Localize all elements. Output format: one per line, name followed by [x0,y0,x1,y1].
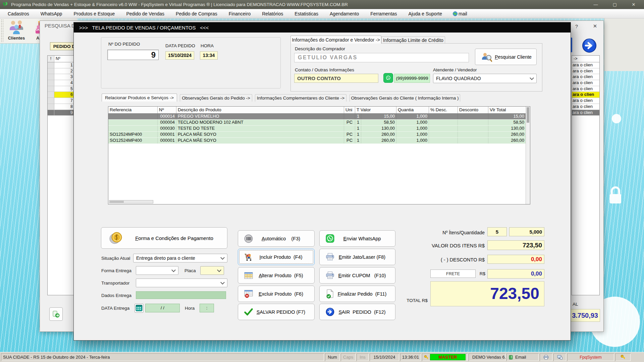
tab-client-complementary[interactable]: Informações Complementares do Cliente -> [255,94,346,102]
delivery-data-field[interactable] [136,291,226,299]
order-row[interactable]: 4 [48,80,74,86]
table-row[interactable]: 000004 TECLADO MODERNO 102 ABNT PC 1 58,… [108,120,526,126]
situation-cell[interactable]: ara o clien [572,62,599,68]
order-row[interactable]: 5 [48,86,74,92]
col-referencia[interactable]: Referencia [108,107,158,113]
menu-item[interactable]: Cadastros [2,11,35,16]
vertical-scrollbar[interactable] [526,107,530,204]
menu-item[interactable]: Estatisticas [289,11,324,16]
dialog-title-bar[interactable]: >>> TELA PEDIDO DE VENDAS / ORÇAMENTOS <… [74,22,571,33]
buyer-description-field[interactable]: GETULIO VARGAS [294,53,469,62]
order-row[interactable]: 9 [48,110,74,116]
menu-item[interactable]: WhatsApp [35,11,68,16]
freight-button[interactable]: FRETE [430,269,476,278]
situation-cell[interactable]: ara o clien [572,98,599,104]
table-row[interactable]: 000030 TESTE DO TESTE 1 130,00 1,000 130… [108,126,526,132]
menu-item[interactable]: Produtos e Estoque [68,11,120,16]
situation-cell[interactable]: ara o clien [572,68,599,74]
order-row[interactable]: 2 [48,68,74,74]
menu-item-email[interactable]: mail [448,11,472,16]
whatsapp-button[interactable] [383,73,393,83]
order-row[interactable]: 3 [48,74,74,80]
discount-field[interactable]: 0,00 [487,255,544,264]
calendar-button[interactable] [135,304,144,313]
situation-cell[interactable]: ara o clien [572,80,599,86]
sair-pedido-button[interactable]: SAIR PEDIDO (F12) [319,304,395,320]
situation-select[interactable]: Entrega direto para o cliente [133,254,227,262]
table-row[interactable]: SO12524MP400 000001 PLACA MÃE SOYO PC 1 … [108,138,526,144]
col-desconto[interactable]: Desconto [458,107,488,113]
horizontal-scrollbar[interactable] [109,200,153,203]
emitir-cupom-button[interactable]: Emitir CUPOM (F10) [319,267,395,284]
carrier-select[interactable] [136,279,227,287]
finalizar-pedido-button[interactable]: Finalizar Pedido (F11) [319,286,395,302]
close-button[interactable]: ✕ [626,0,641,9]
vertical-scrollbar-thumb[interactable] [527,107,529,123]
order-date-field[interactable]: 15/10/2024 [165,51,194,60]
contact-field[interactable]: OUTRO CONTATO [294,74,378,83]
status-network-panel[interactable] [553,353,566,361]
status-email-panel[interactable]: Email [506,353,539,361]
col-vlr-total[interactable]: Vlr Total [488,107,526,113]
vendor-select[interactable]: FLAVIO QUADRADO [433,74,537,83]
order-row[interactable]: 7 [48,98,74,104]
horizontal-scrollbar-thumb[interactable] [110,201,124,203]
tab-products[interactable]: Relacionar Produtos e Serviços -> [102,94,177,102]
situation-cell[interactable]: ara o clien [572,104,599,110]
col-t-valor[interactable]: T Valor [355,107,396,113]
tab-credit-limit[interactable]: Informação Limite de Crédito [381,36,445,44]
menu-item[interactable]: Relatórios [256,11,289,16]
enviar-whatsapp-button[interactable]: Enviar WhatsApp [319,230,395,247]
emitir-jato-laser-button[interactable]: Emitir Jato/Laser (F8) [319,249,395,265]
status-key-panel[interactable] [615,353,631,361]
menu-item[interactable]: Pedido de Vendas [120,11,170,16]
table-row[interactable]: SO12524MP400 000001 PLACA MÃE SOYO PC 1 … [108,132,526,138]
order-row[interactable]: 6 [48,92,74,98]
menu-item[interactable]: Agendamento [324,11,365,16]
payment-conditions-button[interactable]: Forma e Condições de Pagamento [101,227,227,249]
status-printer-panel[interactable] [540,353,552,361]
go-arrow-button[interactable] [582,38,597,53]
menu-item[interactable]: Ferramentas [365,11,402,16]
export-button[interactable] [49,307,63,321]
search-client-button[interactable]: Pesquisar Cliente [475,49,537,65]
phone-field[interactable]: (99)99999-9999 [394,74,430,83]
maximize-button[interactable]: ▢ [607,0,623,9]
tab-order-notes[interactable]: Observações Gerais do Pedido -> [180,94,252,102]
situation-cell[interactable]: ara o clien [572,92,599,98]
salvar-pedido-button[interactable]: SALVAR PEDIDO (F7) [238,304,315,320]
incluir-produto-button[interactable]: Incluir Produto (F4) [238,249,315,265]
help-button[interactable]: ? [572,22,582,30]
situation-cell[interactable]: ara o clien [572,110,599,116]
delivery-date-field[interactable]: / / [145,304,180,312]
menu-item[interactable]: Financeiro [223,11,256,16]
col-descricao[interactable]: Descrição do Produto [176,107,344,113]
menu-item[interactable]: Ajuda e Suporte [403,11,448,16]
alterar-produto-label: Alterar Produto (F5) [253,273,309,278]
automatico-button[interactable]: Automático (F3) [238,230,315,247]
delivery-form-select[interactable] [136,266,178,275]
order-row[interactable]: 1 [48,62,74,68]
col-uni[interactable]: Uni [344,107,355,113]
notebook-icon [508,355,513,360]
tab-buyer-info[interactable]: Informações do Comprador e Vendedor -> [290,36,381,44]
close-search-button[interactable]: ✕ [590,22,600,30]
excluir-produto-button[interactable]: Excluir Produto (F6) [238,286,315,302]
freight-field[interactable]: 0,00 [487,269,544,279]
menu-item[interactable]: Pedido de Compras [170,11,223,16]
situation-cell[interactable]: ara o clien [572,74,599,80]
col-numero[interactable]: Nº [158,107,176,113]
delivery-hour-field[interactable]: : [200,304,214,312]
minimize-button[interactable]: — [588,0,603,9]
tab-client-internal-notes[interactable]: Observações Gerais do Cliente ( Informaç… [350,94,460,102]
order-row[interactable]: 8 [48,104,74,110]
table-row[interactable]: 000014 PREGO VERMELHO 1 15,00 1,000 15,0… [108,114,526,120]
plate-select[interactable] [200,266,224,275]
col-quantia[interactable]: Quantia [396,107,429,113]
order-number-field[interactable]: 9 [107,50,159,60]
toolbar-clientes-button[interactable]: Clientes [4,20,29,41]
col-perc-desc[interactable]: % Desc. [429,107,458,113]
order-time-field[interactable]: 13:34 [200,51,218,60]
situation-cell[interactable]: ara o clien [572,86,599,92]
alterar-produto-button[interactable]: Alterar Produto (F5) [238,267,315,284]
